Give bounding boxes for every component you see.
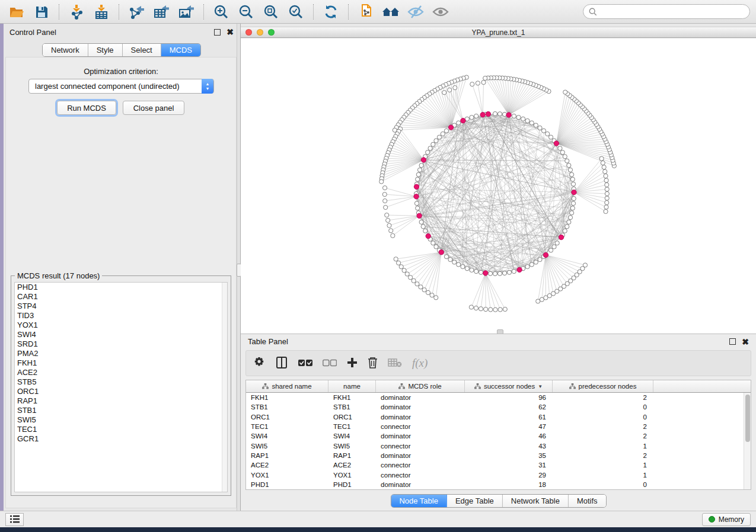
network-node[interactable] <box>498 307 502 312</box>
column-header-predecessor-nodes[interactable]: predecessor nodes <box>553 380 653 392</box>
network-node[interactable] <box>483 76 487 80</box>
network-node[interactable] <box>434 139 438 143</box>
mcds-result-item[interactable]: STB5 <box>15 377 227 387</box>
network-node[interactable] <box>604 209 608 213</box>
select-all-icon[interactable] <box>298 358 312 369</box>
close-panel-icon[interactable]: ✖ <box>742 338 749 346</box>
table-scrollbar[interactable] <box>744 393 751 489</box>
network-node[interactable] <box>386 218 390 222</box>
network-node[interactable] <box>552 245 556 249</box>
network-node[interactable] <box>469 305 473 309</box>
network-node[interactable] <box>488 271 492 275</box>
network-hub-node[interactable] <box>414 194 419 199</box>
network-node[interactable] <box>399 265 403 269</box>
network-node[interactable] <box>408 275 412 280</box>
network-hub-node[interactable] <box>559 235 563 239</box>
network-node[interactable] <box>419 220 423 224</box>
network-node[interactable] <box>521 117 525 121</box>
tab-style[interactable]: Style <box>88 44 123 56</box>
network-node[interactable] <box>599 156 604 161</box>
column-header-name[interactable]: name <box>328 380 376 392</box>
network-node[interactable] <box>423 229 428 233</box>
network-node[interactable] <box>560 150 564 155</box>
network-node[interactable] <box>605 191 609 196</box>
export-table-button[interactable] <box>151 2 172 21</box>
mcds-result-item[interactable]: ACE2 <box>15 368 227 377</box>
network-node[interactable] <box>601 161 605 165</box>
network-node[interactable] <box>479 270 483 274</box>
network-node[interactable] <box>604 205 608 209</box>
network-node[interactable] <box>441 132 445 136</box>
network-node[interactable] <box>493 111 497 116</box>
result-scrollbar[interactable] <box>222 283 227 492</box>
network-node[interactable] <box>604 178 608 182</box>
network-node[interactable] <box>572 197 576 201</box>
network-node[interactable] <box>402 268 406 273</box>
network-node[interactable] <box>382 192 387 196</box>
mcds-result-item[interactable]: CAR1 <box>15 292 227 302</box>
table-tab-edge-table[interactable]: Edge Table <box>447 495 503 507</box>
criterion-dropdown[interactable]: largest connected component (undirected)… <box>28 79 214 94</box>
mcds-result-item[interactable]: STB1 <box>15 406 227 415</box>
network-hub-node[interactable] <box>554 141 559 146</box>
table-tab-network-table[interactable]: Network Table <box>503 495 569 507</box>
mcds-result-item[interactable]: FKH1 <box>15 358 227 368</box>
network-node[interactable] <box>493 271 497 275</box>
network-node[interactable] <box>497 271 502 275</box>
network-node[interactable] <box>448 258 452 262</box>
network-node[interactable] <box>558 146 562 150</box>
network-canvas[interactable] <box>241 39 756 334</box>
table-row[interactable]: STB1STB1dominator620 <box>246 402 751 412</box>
float-panel-icon[interactable] <box>729 338 736 345</box>
run-mcds-button[interactable]: Run MCDS <box>57 101 116 115</box>
network-node[interactable] <box>393 128 397 132</box>
network-node[interactable] <box>452 260 457 264</box>
network-node[interactable] <box>548 248 553 252</box>
mcds-result-item[interactable]: TID3 <box>15 311 227 321</box>
network-node[interactable] <box>474 269 479 273</box>
network-node[interactable] <box>470 82 474 86</box>
network-node[interactable] <box>563 90 567 94</box>
network-hub-node[interactable] <box>480 112 485 117</box>
network-node[interactable] <box>565 159 569 163</box>
network-node[interactable] <box>512 269 516 273</box>
network-node[interactable] <box>382 186 387 190</box>
network-node[interactable] <box>434 245 438 249</box>
column-header-successor-nodes[interactable]: successor nodes▼ <box>465 380 553 392</box>
network-node[interactable] <box>391 233 395 238</box>
first-neighbors-button[interactable] <box>380 2 401 21</box>
network-node[interactable] <box>570 177 575 181</box>
network-node[interactable] <box>474 114 479 118</box>
close-panel-icon[interactable]: ✖ <box>227 28 234 36</box>
network-node[interactable] <box>431 142 435 146</box>
tab-select[interactable]: Select <box>123 44 161 56</box>
column-selector-icon[interactable] <box>275 356 288 371</box>
vertical-splitter[interactable] <box>237 24 241 511</box>
export-image-button[interactable] <box>176 2 197 21</box>
close-panel-button[interactable]: Close panel <box>123 101 184 115</box>
network-node[interactable] <box>563 155 567 159</box>
save-session-button[interactable] <box>31 2 52 21</box>
search-box[interactable] <box>583 4 750 19</box>
network-node[interactable] <box>412 278 416 283</box>
network-node[interactable] <box>538 258 542 262</box>
network-hub-node[interactable] <box>517 267 522 272</box>
duplicate-network-button[interactable] <box>355 2 377 21</box>
network-node[interactable] <box>415 282 419 286</box>
import-network-button[interactable] <box>66 2 87 21</box>
network-node[interactable] <box>448 88 452 92</box>
network-node[interactable] <box>605 182 609 187</box>
network-node[interactable] <box>442 91 446 95</box>
network-node[interactable] <box>416 206 420 210</box>
table-tab-node-table[interactable]: Node Table <box>391 495 447 507</box>
zoom-selected-button[interactable] <box>285 2 307 21</box>
network-hub-node[interactable] <box>543 252 548 257</box>
zoom-in-button[interactable] <box>210 2 232 21</box>
add-column-icon[interactable] <box>347 357 358 370</box>
network-node[interactable] <box>571 201 575 206</box>
network-node[interactable] <box>603 169 607 174</box>
network-node[interactable] <box>444 129 448 133</box>
network-node[interactable] <box>568 216 572 220</box>
network-node[interactable] <box>457 121 461 125</box>
network-node[interactable] <box>497 112 502 116</box>
